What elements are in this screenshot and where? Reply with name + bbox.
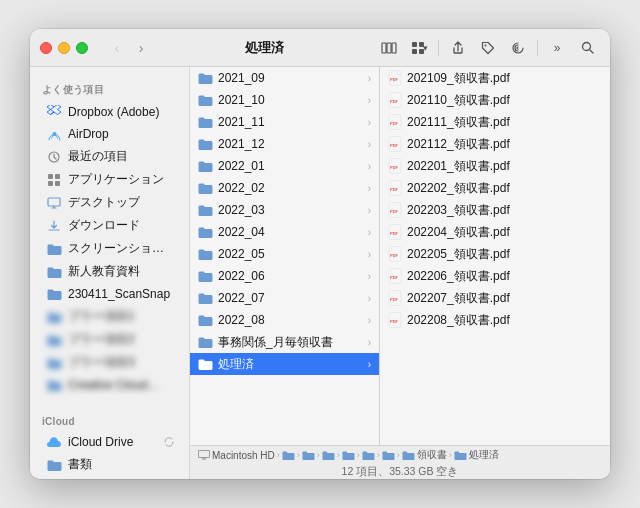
sidebar-item-blurred-2[interactable]: ブラー項目2 (34, 328, 185, 351)
pdf-icon-202208: PDF (388, 312, 402, 328)
folder-icon-2022_06 (198, 270, 213, 282)
breadcrumb-folder-3[interactable] (322, 450, 335, 460)
breadcrumb-arrow-2: › (297, 450, 300, 460)
breadcrumb-ryoshusho[interactable]: 領収書 (402, 448, 447, 462)
forward-button[interactable]: › (130, 37, 152, 59)
pdf-item-202202[interactable]: PDF 202202_領収書.pdf (380, 177, 610, 199)
folder-label-2021_12: 2021_12 (218, 137, 363, 151)
sidebar-item-downloads[interactable]: ダウンロード (34, 214, 185, 237)
chevron-jimu: › (368, 337, 371, 348)
sidebar-desktop-label: デスクトップ (68, 194, 140, 211)
pdf-label-202112: 202112_領収書.pdf (407, 136, 602, 153)
pdf-item-202111[interactable]: PDF 202111_領収書.pdf (380, 111, 610, 133)
pdf-item-202205[interactable]: PDF 202205_領収書.pdf (380, 243, 610, 265)
breadcrumb-folder-4[interactable] (342, 450, 355, 460)
close-button[interactable] (40, 42, 52, 54)
chevron-2022_07: › (368, 293, 371, 304)
folder-item-2021_10[interactable]: 2021_10 › (190, 89, 379, 111)
breadcrumb-arrow-6: › (377, 450, 380, 460)
chevron-2022_06: › (368, 271, 371, 282)
svg-rect-11 (55, 174, 60, 179)
favorites-section-label: よく使う項目 (30, 75, 189, 101)
column-view-button[interactable] (376, 35, 402, 61)
svg-text:PDF: PDF (390, 275, 399, 280)
column-view-icon (381, 40, 397, 56)
pdf-item-202208[interactable]: PDF 202208_領収書.pdf (380, 309, 610, 331)
sidebar-item-apps[interactable]: アプリケーション (34, 168, 185, 191)
breadcrumb-folder-6[interactable] (382, 450, 395, 460)
sidebar-item-blurred-1[interactable]: ブラー項目1 (34, 305, 185, 328)
fingerprint-button[interactable] (505, 35, 531, 61)
breadcrumb-macintosh-hd[interactable]: Macintosh HD (198, 450, 275, 461)
folder-item-2022_02[interactable]: 2022_02 › (190, 177, 379, 199)
pdf-icon-202206: PDF (388, 268, 402, 284)
breadcrumb-arrow-8: › (449, 450, 452, 460)
search-button[interactable] (574, 35, 600, 61)
folder-icon-2022_05 (198, 248, 213, 260)
sidebar-airdrop-label: AirDrop (68, 127, 109, 141)
breadcrumb-folder-5-icon (362, 450, 375, 460)
scansnap-folder-icon (46, 286, 62, 302)
folder-item-2022_01[interactable]: 2022_01 › (190, 155, 379, 177)
pdf-item-202109[interactable]: PDF 202109_領収書.pdf (380, 67, 610, 89)
pdf-item-202203[interactable]: PDF 202203_領収書.pdf (380, 199, 610, 221)
breadcrumb-folder-5[interactable] (362, 450, 375, 460)
folder-item-2022_03[interactable]: 2022_03 › (190, 199, 379, 221)
column-2: PDF 202109_領収書.pdf PDF 202110_領収書.pdf PD… (380, 67, 610, 445)
folder-item-2022_07[interactable]: 2022_07 › (190, 287, 379, 309)
view-options-button[interactable]: ▾ (406, 35, 432, 61)
folder-item-2022_04[interactable]: 2022_04 › (190, 221, 379, 243)
folder-label-2022_03: 2022_03 (218, 203, 363, 217)
pdf-item-202201[interactable]: PDF 202201_領収書.pdf (380, 155, 610, 177)
sidebar-item-scansnap[interactable]: 230411_ScanSnap (34, 283, 185, 305)
sidebar-item-icloud-drive[interactable]: iCloud Drive (34, 431, 185, 453)
pdf-item-202110[interactable]: PDF 202110_領収書.pdf (380, 89, 610, 111)
folder-item-2021_11[interactable]: 2021_11 › (190, 111, 379, 133)
folder-icon-2021_12 (198, 138, 213, 150)
svg-text:PDF: PDF (390, 253, 399, 258)
folder-item-jimu[interactable]: 事務関係_月毎領収書 › (190, 331, 379, 353)
breadcrumb-shori[interactable]: 処理済 (454, 448, 499, 462)
folder-icon-2021_09 (198, 72, 213, 84)
folder-item-2022_06[interactable]: 2022_06 › (190, 265, 379, 287)
toolbar-divider-2 (537, 40, 538, 56)
back-button[interactable]: ‹ (106, 37, 128, 59)
sidebar-item-blurred-3[interactable]: ブラー項目3 (34, 351, 185, 374)
minimize-button[interactable] (58, 42, 70, 54)
folder-item-2021_12[interactable]: 2021_12 › (190, 133, 379, 155)
sidebar-item-books[interactable]: 書類 (34, 453, 185, 476)
breadcrumb-folder-2[interactable] (302, 450, 315, 460)
sidebar-item-airdrop[interactable]: AirDrop (34, 123, 185, 145)
folder-item-2022_08[interactable]: 2022_08 › (190, 309, 379, 331)
nav-buttons: ‹ › (106, 37, 152, 59)
pdf-icon-202204: PDF (388, 224, 402, 240)
pdf-item-202204[interactable]: PDF 202204_領収書.pdf (380, 221, 610, 243)
pdf-item-202206[interactable]: PDF 202206_領収書.pdf (380, 265, 610, 287)
share-button[interactable] (445, 35, 471, 61)
maximize-button[interactable] (76, 42, 88, 54)
breadcrumb-folder-2-icon (302, 450, 315, 460)
sidebar-item-desktop[interactable]: デスクトップ (34, 191, 185, 214)
breadcrumb-folder-1[interactable] (282, 450, 295, 460)
pdf-label-202203: 202203_領収書.pdf (407, 202, 602, 219)
sidebar-apps-label: アプリケーション (68, 171, 164, 188)
sidebar-item-education[interactable]: 新人教育資料 (34, 260, 185, 283)
folder-item-2021_09[interactable]: 2021_09 › (190, 67, 379, 89)
sidebar-item-dropbox[interactable]: Dropbox (Adobe) (34, 101, 185, 123)
tag-button[interactable] (475, 35, 501, 61)
sidebar-item-icloud-desktop[interactable]: デスクトップ (34, 476, 185, 479)
folder-label-2022_05: 2022_05 (218, 247, 363, 261)
pdf-item-202207[interactable]: PDF 202207_領収書.pdf (380, 287, 610, 309)
pdf-icon-202205: PDF (388, 246, 402, 262)
shori-label: 処理済 (469, 448, 499, 462)
svg-rect-2 (392, 43, 396, 53)
pdf-item-202112[interactable]: PDF 202112_領収書.pdf (380, 133, 610, 155)
sidebar-item-screenshots[interactable]: スクリーンショット (34, 237, 185, 260)
sidebar-item-creative-cloud[interactable]: Creative Cloud... (34, 374, 185, 396)
folder-icon-2022_07 (198, 292, 213, 304)
svg-text:PDF: PDF (390, 99, 399, 104)
folder-item-shori[interactable]: 処理済 › (190, 353, 379, 375)
sidebar-item-recent[interactable]: 最近の項目 (34, 145, 185, 168)
more-button[interactable]: » (544, 35, 570, 61)
folder-item-2022_05[interactable]: 2022_05 › (190, 243, 379, 265)
